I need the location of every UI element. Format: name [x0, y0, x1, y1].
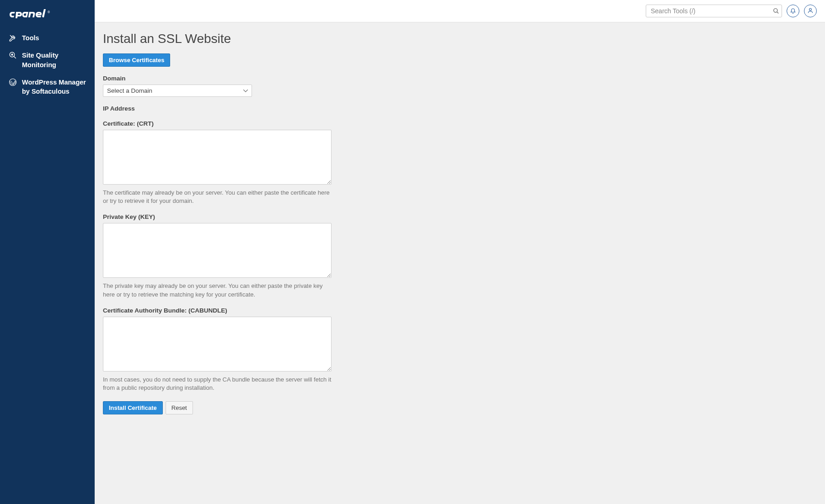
- sidebar-item-tools[interactable]: Tools: [0, 29, 95, 47]
- sidebar-item-wordpress[interactable]: WordPress Manager by Softaculous: [0, 74, 95, 101]
- crt-textarea[interactable]: [103, 130, 332, 185]
- key-textarea[interactable]: [103, 223, 332, 278]
- sidebar-item-label: Tools: [22, 33, 39, 42]
- cpanel-logo[interactable]: ®: [0, 7, 95, 29]
- notifications-button[interactable]: [787, 5, 799, 17]
- svg-point-4: [11, 54, 13, 55]
- svg-text:®: ®: [48, 11, 50, 14]
- page-title: Install an SSL Website: [103, 32, 817, 46]
- crt-help-text: The certificate may already be on your s…: [103, 189, 332, 205]
- search-input[interactable]: [646, 5, 782, 17]
- main-area: Install an SSL Website Browse Certificat…: [95, 0, 825, 504]
- user-icon: [807, 7, 814, 15]
- cabundle-help-text: In most cases, you do not need to supply…: [103, 376, 332, 392]
- cabundle-textarea[interactable]: [103, 317, 332, 371]
- reset-button[interactable]: Reset: [166, 401, 193, 414]
- sidebar-item-label: Site Quality Monitoring: [22, 51, 86, 69]
- topbar: [95, 0, 825, 22]
- crt-label: Certificate: (CRT): [103, 120, 817, 127]
- sidebar-item-site-quality[interactable]: Site Quality Monitoring: [0, 47, 95, 74]
- wordpress-icon: [8, 78, 17, 87]
- magnifier-gear-icon: [8, 51, 17, 60]
- sidebar: ® Tools: [0, 0, 95, 504]
- user-button[interactable]: [804, 5, 817, 17]
- ip-label: IP Address: [103, 105, 817, 112]
- search-icon[interactable]: [773, 8, 779, 14]
- key-label: Private Key (KEY): [103, 213, 817, 220]
- svg-point-6: [774, 9, 777, 12]
- key-help-text: The private key may already be on your s…: [103, 282, 332, 298]
- domain-select[interactable]: Select a Domain: [103, 85, 252, 97]
- svg-line-3: [14, 57, 16, 59]
- sidebar-item-label: WordPress Manager by Softaculous: [22, 78, 86, 96]
- tools-icon: [8, 33, 17, 42]
- svg-point-8: [809, 8, 812, 11]
- install-certificate-button[interactable]: Install Certificate: [103, 401, 163, 414]
- cabundle-label: Certificate Authority Bundle: (CABUNDLE): [103, 307, 817, 314]
- browse-certificates-button[interactable]: Browse Certificates: [103, 53, 170, 67]
- bell-icon: [790, 7, 796, 15]
- domain-label: Domain: [103, 75, 817, 82]
- svg-line-7: [777, 12, 778, 13]
- content: Install an SSL Website Browse Certificat…: [95, 22, 825, 424]
